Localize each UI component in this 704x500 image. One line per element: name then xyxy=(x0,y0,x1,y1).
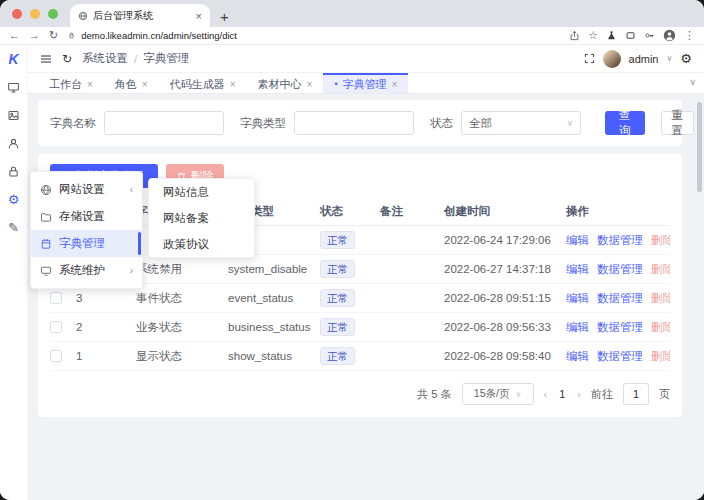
user-chevron-down-icon[interactable]: ∨ xyxy=(666,54,672,63)
new-tab-button[interactable]: + xyxy=(220,9,229,24)
tab-close-icon[interactable]: × xyxy=(307,79,313,90)
delete-link[interactable]: 删除 xyxy=(651,321,670,333)
tab-dict-manage[interactable]: • 字典管理 × xyxy=(323,73,408,93)
password-key-icon[interactable] xyxy=(644,30,655,41)
dict-name-input[interactable] xyxy=(104,111,224,135)
menu-item-dict-manage[interactable]: 字典管理 xyxy=(31,230,142,257)
scrollbar-thumb[interactable] xyxy=(697,102,702,192)
status-select-value: 全部 xyxy=(469,116,492,131)
nav-permission-lock-icon[interactable] xyxy=(0,157,27,185)
cell-created: 2022-06-24 17:29:06 xyxy=(444,226,566,255)
reload-icon[interactable]: ↻ xyxy=(49,30,58,41)
menu-item-label: 网站设置 xyxy=(59,182,105,197)
menu-item-system-maintain[interactable]: 系统维护 › xyxy=(31,257,142,284)
edit-link[interactable]: 编辑 xyxy=(566,263,589,275)
row-checkbox[interactable] xyxy=(50,321,62,333)
close-window-button[interactable] xyxy=(12,9,22,19)
page-size-select[interactable]: 15条/页 ∨ xyxy=(462,383,534,405)
hamburger-icon[interactable] xyxy=(40,53,52,65)
back-icon[interactable]: ← xyxy=(9,30,20,41)
query-button[interactable]: 查询 xyxy=(605,111,645,135)
current-page[interactable]: 1 xyxy=(557,388,567,400)
page-content: 字典名称 字典类型 状态 全部 ∨ 查询 xyxy=(28,94,704,500)
data-manage-link[interactable]: 数据管理 xyxy=(597,292,643,304)
nav-devtools-pencil-icon[interactable]: ✎ xyxy=(0,213,27,241)
username[interactable]: admin xyxy=(629,53,659,65)
browser-tab[interactable]: 后台管理系统 × xyxy=(70,4,210,27)
submenu-item-policy-agreement[interactable]: 政策协议 xyxy=(149,231,254,257)
dict-type-input[interactable] xyxy=(294,111,414,135)
status-badge: 正常 xyxy=(320,231,355,249)
dict-name-field: 字典名称 xyxy=(50,111,224,135)
browser-tab-title: 后台管理系统 xyxy=(93,9,191,23)
nav-workbench-icon[interactable] xyxy=(0,73,27,101)
gear-glyph: ⚙ xyxy=(8,193,20,206)
nav-user-icon[interactable] xyxy=(0,129,27,157)
nav-material-icon[interactable] xyxy=(0,101,27,129)
data-manage-link[interactable]: 数据管理 xyxy=(597,263,643,275)
goto-page-input[interactable] xyxy=(623,383,649,405)
bookmark-star-icon[interactable]: ☆ xyxy=(588,30,598,41)
minimize-window-button[interactable] xyxy=(30,9,40,19)
settings-gear-icon[interactable]: ⚙ xyxy=(680,52,692,65)
edit-link[interactable]: 编辑 xyxy=(566,292,589,304)
pagination: 共 5 条 15条/页 ∨ ‹ 1 › 前往 页 xyxy=(50,371,670,405)
row-checkbox[interactable] xyxy=(50,350,62,362)
edit-link[interactable]: 编辑 xyxy=(566,234,589,246)
page-size-value: 15条/页 xyxy=(474,387,510,401)
tab-role[interactable]: 角色 × xyxy=(104,73,159,93)
user-avatar[interactable] xyxy=(603,50,621,68)
delete-link[interactable]: 删除 xyxy=(651,292,670,304)
profile-avatar-icon[interactable] xyxy=(663,29,676,42)
cell-id: 2 xyxy=(76,313,136,342)
forward-icon[interactable]: → xyxy=(29,30,40,41)
tab-close-icon[interactable]: × xyxy=(87,79,93,90)
nav-settings-gear-icon[interactable]: ⚙ xyxy=(0,185,27,213)
breadcrumb-separator: / xyxy=(134,53,137,65)
delete-link[interactable]: 删除 xyxy=(651,350,670,362)
tabbar-chevron-down-icon[interactable]: ∨ xyxy=(689,77,696,87)
data-manage-link[interactable]: 数据管理 xyxy=(597,350,643,362)
chrome-actions: ☆ ⋮ xyxy=(569,29,695,42)
tab-close-icon[interactable]: × xyxy=(230,79,236,90)
status-select[interactable]: 全部 ∨ xyxy=(461,111,581,135)
data-manage-link[interactable]: 数据管理 xyxy=(597,321,643,333)
row-checkbox[interactable] xyxy=(50,292,62,304)
edit-link[interactable]: 编辑 xyxy=(566,321,589,333)
next-page-icon[interactable]: › xyxy=(577,388,581,400)
browser-urlbar: ← → ↻ demo.likeadmin.cn/admin/setting/di… xyxy=(0,27,704,45)
tab-close-icon[interactable]: × xyxy=(142,79,148,90)
cell-remark xyxy=(380,226,444,255)
tab-close-icon[interactable]: × xyxy=(392,79,398,90)
submenu-item-website-record[interactable]: 网站备案 xyxy=(149,205,254,231)
submenu-item-website-info[interactable]: 网站信息 xyxy=(149,179,254,205)
menu-item-storage-settings[interactable]: 存储设置 xyxy=(31,203,142,230)
table-row: 2 业务状态 business_status 正常 2022-06-28 09:… xyxy=(50,313,670,342)
extension-window-icon[interactable] xyxy=(625,30,636,41)
tab-code-generator[interactable]: 代码生成器 × xyxy=(159,73,247,93)
data-manage-link[interactable]: 数据管理 xyxy=(597,234,643,246)
cell-name: 事件状态 xyxy=(136,284,228,313)
tab-material-center[interactable]: 素材中心 × xyxy=(247,73,324,93)
cell-created: 2022-06-28 09:58:40 xyxy=(444,342,566,371)
edit-link[interactable]: 编辑 xyxy=(566,350,589,362)
pencil-glyph: ✎ xyxy=(8,221,19,234)
menu-item-website-settings[interactable]: 网站设置 ‹ xyxy=(31,176,142,203)
fullscreen-icon[interactable] xyxy=(584,53,595,64)
address-bar[interactable]: demo.likeadmin.cn/admin/setting/dict xyxy=(67,30,560,41)
tab-workbench[interactable]: 工作台 × xyxy=(38,73,104,93)
share-icon[interactable] xyxy=(569,30,580,41)
chrome-menu-icon[interactable]: ⋮ xyxy=(684,30,695,41)
delete-link[interactable]: 删除 xyxy=(651,263,670,275)
tab-close-icon[interactable]: × xyxy=(196,10,202,22)
search-card: 字典名称 字典类型 状态 全部 ∨ 查询 xyxy=(38,100,682,146)
cell-type: system_disable xyxy=(228,255,320,284)
reset-button[interactable]: 重置 xyxy=(661,111,695,135)
zoom-window-button[interactable] xyxy=(48,9,58,19)
delete-link[interactable]: 删除 xyxy=(651,234,670,246)
cell-created: 2022-06-28 09:51:15 xyxy=(444,284,566,313)
prev-page-icon[interactable]: ‹ xyxy=(544,388,548,400)
refresh-icon[interactable]: ↻ xyxy=(62,53,72,65)
dict-table: ID 字典名称 字典类型 状态 备注 创建时间 操作 xyxy=(50,198,670,371)
extension-flask-icon[interactable] xyxy=(606,30,617,41)
